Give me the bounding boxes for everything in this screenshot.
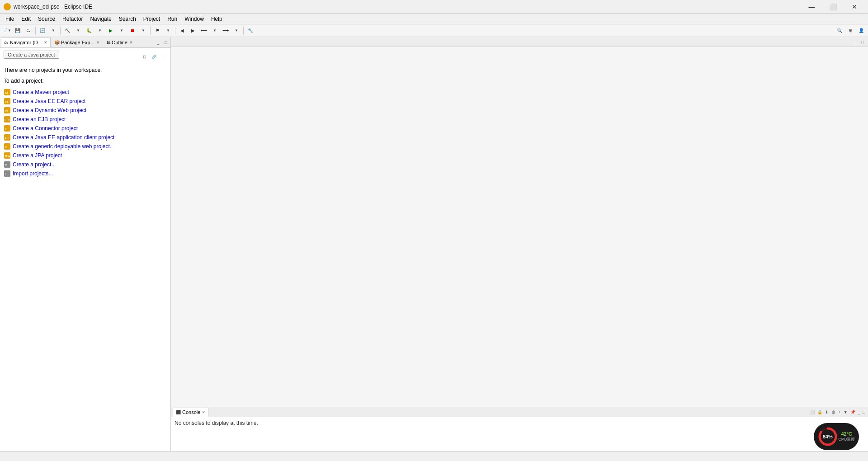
- refresh-button[interactable]: 🔄: [38, 26, 47, 36]
- tab-package-explorer[interactable]: 📦 Package Exp... ✕: [51, 38, 103, 47]
- maximize-button[interactable]: ⬜: [823, 0, 843, 14]
- prev-edit-button[interactable]: ◀: [177, 26, 187, 36]
- link-ear[interactable]: EE Create a Java EE EAR project: [4, 97, 167, 106]
- forward-dropdown[interactable]: ▼: [231, 26, 241, 36]
- markers-button[interactable]: ⚑: [152, 26, 162, 36]
- link-jpa[interactable]: JPA Create a JPA project: [4, 151, 167, 160]
- menu-refactor[interactable]: Refactor: [59, 14, 86, 24]
- link-jpa-label: Create a JPA project: [13, 152, 62, 159]
- link-app-client-label: Create a Java EE application client proj…: [13, 134, 114, 141]
- svg-text:W: W: [5, 109, 8, 113]
- link-connector[interactable]: C Create a Connector project: [4, 124, 167, 133]
- console-new[interactable]: +: [837, 409, 841, 415]
- build-button[interactable]: 🔨: [62, 26, 72, 36]
- workspace-message-line1: There are no projects in your workspace.: [4, 66, 167, 74]
- right-panel-minimize[interactable]: _: [852, 38, 859, 46]
- link-import[interactable]: I Import projects...: [4, 169, 167, 178]
- workspace-message-line2: To add a project:: [4, 77, 167, 85]
- tab-navigator-close[interactable]: ✕: [44, 40, 47, 45]
- menu-help[interactable]: Help: [208, 14, 226, 24]
- stop-dropdown-arrow: ▼: [142, 28, 145, 33]
- toolbar-separator-3: [150, 27, 151, 35]
- stop-button[interactable]: ⏹: [127, 26, 137, 36]
- console-dropdown[interactable]: ▼: [843, 409, 849, 415]
- menu-navigate[interactable]: Navigate: [86, 14, 115, 24]
- link-maven[interactable]: M Create a Maven project: [4, 88, 167, 97]
- window-controls: — ⬜ ✕: [802, 0, 864, 14]
- save-all-button[interactable]: 🗂: [24, 26, 33, 36]
- console-scroll-lock[interactable]: 🔒: [816, 409, 823, 415]
- debug-button[interactable]: 🐛: [84, 26, 94, 36]
- maximize-panel-button[interactable]: □: [162, 39, 170, 46]
- link-app-client[interactable]: AC Create a Java EE application client p…: [4, 133, 167, 142]
- import-icon: I: [4, 170, 11, 177]
- tab-outline-close[interactable]: ✕: [129, 40, 133, 45]
- console-tab[interactable]: ⬛ Console ✕: [173, 408, 208, 417]
- link-connector-label: Create a Connector project: [13, 125, 78, 132]
- next-edit-button[interactable]: ▶: [188, 26, 198, 36]
- menu-window[interactable]: Window: [181, 14, 208, 24]
- menu-file[interactable]: File: [2, 14, 18, 24]
- bottom-tab-bar: ⬛ Console ✕ ⬜ 🔒 ⬇ 🗑 + ▼ 📌 _ □: [171, 407, 868, 417]
- debug-dropdown[interactable]: ▼: [95, 26, 105, 36]
- console-open-console[interactable]: ⬜: [809, 409, 816, 415]
- app-client-icon: AC: [4, 134, 11, 141]
- run-button[interactable]: ▶: [106, 26, 116, 36]
- navigator-content: Create a Java project ⊟ 🔗 ⋮ There are no…: [0, 48, 170, 461]
- create-java-project-button[interactable]: Create a Java project: [4, 51, 59, 59]
- collapse-all-button[interactable]: ⊟: [141, 53, 149, 61]
- project-links-list: M Create a Maven project EE Create a Jav…: [4, 88, 167, 178]
- menu-project[interactable]: Project: [140, 14, 164, 24]
- search-button[interactable]: 🔍: [835, 26, 844, 36]
- navigator-menu-button[interactable]: ⋮: [159, 53, 167, 61]
- back-dropdown-arrow: ▼: [213, 28, 217, 33]
- back-button[interactable]: ⟵: [199, 26, 209, 36]
- stop-dropdown[interactable]: ▼: [138, 26, 148, 36]
- link-project-label: Create a project...: [13, 161, 56, 168]
- bottom-minimize[interactable]: _: [857, 409, 861, 415]
- tab-navigator[interactable]: 🗂 Navigator (D... ✕: [1, 38, 51, 47]
- debug-dropdown-arrow: ▼: [98, 28, 102, 33]
- back-dropdown[interactable]: ▼: [210, 26, 220, 36]
- ejb-icon: EJB: [4, 116, 11, 123]
- markers-dropdown[interactable]: ▼: [163, 26, 173, 36]
- minimize-panel-button[interactable]: _: [155, 39, 162, 46]
- forward-button[interactable]: ⟶: [221, 26, 231, 36]
- link-ejb[interactable]: EJB Create an EJB project: [4, 115, 167, 124]
- new-dropdown-arrow[interactable]: ▼: [8, 28, 11, 33]
- link-generic-deployable[interactable]: D Create a generic deployable web projec…: [4, 142, 167, 151]
- link-dynamic-web[interactable]: W Create a Dynamic Web project: [4, 106, 167, 115]
- cpu-percent-label: 84%: [823, 434, 833, 439]
- bottom-maximize[interactable]: □: [862, 409, 866, 415]
- save-button[interactable]: 💾: [13, 26, 23, 36]
- console-pin[interactable]: 📌: [849, 409, 856, 415]
- navigator-icon: 🗂: [4, 40, 9, 45]
- new-button[interactable]: 📄 ▼: [2, 26, 12, 36]
- svg-text:C: C: [5, 127, 7, 131]
- new-icon: 📄: [2, 28, 8, 33]
- console-tab-close[interactable]: ✕: [202, 410, 205, 414]
- menu-source[interactable]: Source: [34, 14, 59, 24]
- external-tools-button[interactable]: 🔧: [245, 26, 255, 36]
- console-scroll-end[interactable]: ⬇: [824, 409, 830, 415]
- run-dropdown[interactable]: ▼: [117, 26, 127, 36]
- link-with-editor-button[interactable]: 🔗: [150, 53, 158, 61]
- close-button[interactable]: ✕: [844, 0, 864, 14]
- dynamic-web-icon: W: [4, 107, 11, 114]
- tab-package-close[interactable]: ✕: [96, 40, 100, 45]
- console-clear[interactable]: 🗑: [830, 409, 836, 415]
- refresh-dropdown[interactable]: ▼: [48, 26, 58, 36]
- right-panel-maximize[interactable]: □: [859, 38, 866, 46]
- link-project[interactable]: P Create a project...: [4, 160, 167, 169]
- tab-outline[interactable]: ⊟ Outline ✕: [104, 38, 136, 47]
- eclipse-icon: [4, 3, 11, 10]
- perspective-button[interactable]: ⊞: [845, 26, 855, 36]
- profile-button[interactable]: 👤: [856, 26, 866, 36]
- minimize-button[interactable]: —: [802, 0, 822, 14]
- link-dynamic-web-label: Create a Dynamic Web project: [13, 107, 86, 113]
- build-dropdown[interactable]: ▼: [73, 26, 83, 36]
- menu-search[interactable]: Search: [115, 14, 140, 24]
- menu-run[interactable]: Run: [164, 14, 181, 24]
- menu-edit[interactable]: Edit: [18, 14, 34, 24]
- refresh-dropdown-arrow: ▼: [52, 28, 55, 33]
